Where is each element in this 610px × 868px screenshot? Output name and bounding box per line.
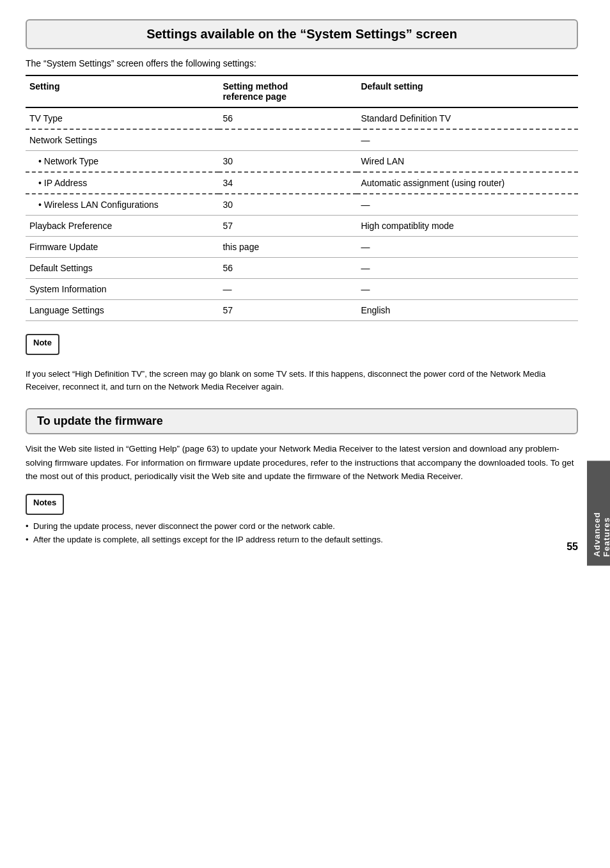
firmware-title: To update the firmware	[37, 414, 567, 428]
cell-setting: • Wireless LAN Configurations	[26, 194, 219, 216]
cell-method: 30	[219, 151, 357, 173]
col-header-method: Setting methodreference page	[219, 75, 357, 107]
table-row: • Wireless LAN Configurations30—	[26, 194, 578, 216]
table-row: Language Settings57English	[26, 300, 578, 321]
note-text: If you select “High Definition TV”, the …	[26, 368, 578, 393]
cell-method: 57	[219, 216, 357, 237]
page-number: 55	[567, 541, 578, 553]
cell-default: Wired LAN	[357, 151, 578, 173]
cell-method: 56	[219, 258, 357, 279]
cell-setting: Firmware Update	[26, 237, 219, 258]
settings-section-box: Settings available on the “System Settin…	[26, 19, 578, 49]
cell-method: 34	[219, 172, 357, 194]
cell-setting: Network Settings	[26, 129, 219, 151]
notes-label: Notes	[33, 498, 56, 507]
firmware-box: To update the firmware	[26, 408, 578, 434]
cell-default: —	[357, 279, 578, 300]
cell-setting: Default Settings	[26, 258, 219, 279]
notes-list: During the update process, never disconn…	[26, 520, 578, 547]
cell-setting: • Network Type	[26, 151, 219, 173]
note-box: Note	[26, 334, 59, 355]
cell-method: —	[219, 279, 357, 300]
cell-method: this page	[219, 237, 357, 258]
table-row: System Information——	[26, 279, 578, 300]
intro-text: The “System Settings” screen offers the …	[26, 58, 578, 68]
cell-default: —	[357, 194, 578, 216]
note-section: Note If you select “High Definition TV”,…	[26, 334, 578, 393]
firmware-section: To update the firmware Visit the Web sit…	[26, 408, 578, 546]
cell-default: —	[357, 258, 578, 279]
cell-default: High compatiblity mode	[357, 216, 578, 237]
table-row: Playback Preference57High compatiblity m…	[26, 216, 578, 237]
cell-default: Standard Definition TV	[357, 107, 578, 129]
table-row: • Network Type30Wired LAN	[26, 151, 578, 173]
cell-default: Automatic assignment (using router)	[357, 172, 578, 194]
cell-setting: Playback Preference	[26, 216, 219, 237]
firmware-text: Visit the Web site listed in “Getting He…	[26, 442, 578, 484]
notes-box: Notes	[26, 494, 64, 515]
cell-method	[219, 129, 357, 151]
cell-setting: System Information	[26, 279, 219, 300]
cell-setting: • IP Address	[26, 172, 219, 194]
cell-method: 57	[219, 300, 357, 321]
side-tab: Advanced Features	[587, 461, 610, 565]
cell-method: 56	[219, 107, 357, 129]
list-item: During the update process, never disconn…	[26, 520, 578, 533]
cell-setting: TV Type	[26, 107, 219, 129]
table-row: Firmware Updatethis page—	[26, 237, 578, 258]
cell-default: —	[357, 129, 578, 151]
cell-default: —	[357, 237, 578, 258]
col-header-default: Default setting	[357, 75, 578, 107]
cell-method: 30	[219, 194, 357, 216]
cell-default: English	[357, 300, 578, 321]
table-row: TV Type56Standard Definition TV	[26, 107, 578, 129]
note-label: Note	[33, 338, 52, 347]
col-header-setting: Setting	[26, 75, 219, 107]
settings-section-title: Settings available on the “System Settin…	[37, 27, 567, 42]
table-row: Default Settings56—	[26, 258, 578, 279]
table-row: Network Settings—	[26, 129, 578, 151]
cell-setting: Language Settings	[26, 300, 219, 321]
list-item: After the update is complete, all settin…	[26, 533, 578, 547]
settings-table: Setting Setting methodreference page Def…	[26, 75, 578, 321]
table-row: • IP Address34Automatic assignment (usin…	[26, 172, 578, 194]
